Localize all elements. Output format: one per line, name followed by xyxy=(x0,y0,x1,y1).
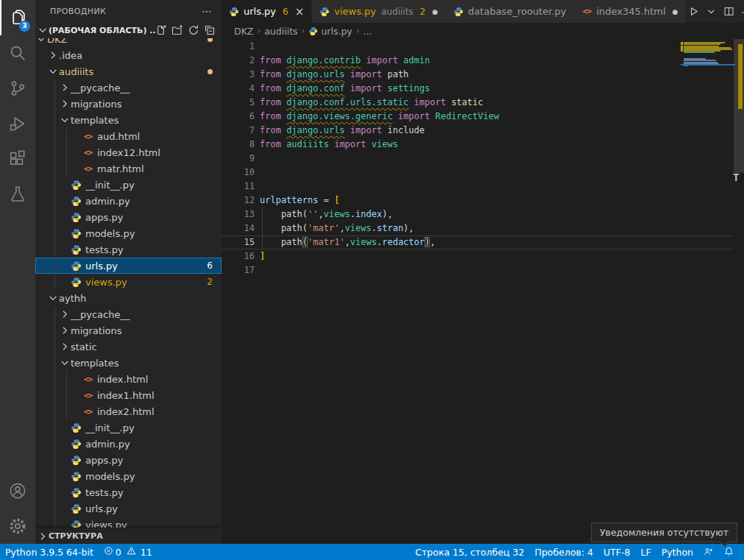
tree-item-index2.html[interactable]: <>index2.html xyxy=(35,403,222,419)
status-bar: Python 3.9.5 64-bit 0 11 Строка 15, стол… xyxy=(0,544,744,560)
tree-item-__pycache__[interactable]: __pycache__ xyxy=(35,79,222,96)
activity-item-settings[interactable] xyxy=(0,508,35,544)
status-language-mode[interactable]: Python xyxy=(656,544,698,560)
tree-item-index.html[interactable]: <>index.html xyxy=(35,371,222,387)
vertical-scrollbar[interactable] xyxy=(734,39,744,544)
tab-database_roouter.py[interactable]: database_roouter.py xyxy=(446,0,574,23)
indent-guide xyxy=(35,47,47,63)
twistie-spacer xyxy=(59,244,71,255)
indent-guide xyxy=(35,79,47,96)
indent-guide xyxy=(35,209,47,225)
tab-index345.html[interactable]: <>index345.html● xyxy=(574,0,686,23)
activity-item-account[interactable] xyxy=(0,473,35,508)
line-number: 16 xyxy=(222,249,255,263)
tree-item-aud.html[interactable]: <>aud.html xyxy=(35,128,222,144)
new-file-icon[interactable] xyxy=(155,24,167,36)
activity-item-search[interactable] xyxy=(0,35,35,71)
indent-guide xyxy=(47,419,59,436)
activity-item-testing[interactable] xyxy=(0,177,35,212)
code-editor[interactable]: 12from django.contrib import admin3from … xyxy=(222,39,734,544)
status-eol[interactable]: LF xyxy=(636,544,656,560)
tree-item-DKZ[interactable]: DKZ xyxy=(35,38,222,47)
indent-guide xyxy=(47,517,59,528)
status-cursor-position[interactable]: Строка 15, столбец 32 xyxy=(410,544,529,560)
line-number: 12 xyxy=(222,194,255,208)
tree-item-.idea[interactable]: .idea xyxy=(35,47,222,63)
tab-urls.py[interactable]: urls.py6× xyxy=(222,0,312,23)
tree-item-label: apps.py xyxy=(85,455,222,466)
tree-item-label: templates xyxy=(71,115,222,126)
indent-guide xyxy=(35,144,47,160)
code-text: path('matr',views.stran), xyxy=(255,221,414,235)
indent-guide xyxy=(47,79,59,96)
more-actions-icon[interactable]: ⋯ xyxy=(739,4,744,19)
tree-item-admin.py[interactable]: admin.py xyxy=(35,436,222,452)
tree-item-aythh[interactable]: aythh xyxy=(35,290,222,306)
collapse-all-icon[interactable] xyxy=(204,24,216,36)
tree-item-urls.py[interactable]: urls.py xyxy=(35,500,222,517)
python-interpreter-status[interactable]: Python 3.9.5 64-bit xyxy=(0,544,99,560)
tree-item-urls.py[interactable]: urls.py6 xyxy=(35,258,222,274)
workspace-section-header[interactable]: (РАБОЧАЯ ОБЛАСТЬ) ... xyxy=(35,22,222,38)
status-indentation[interactable]: Пробелов: 4 xyxy=(530,544,599,560)
tree-item-matr.html[interactable]: <>matr.html xyxy=(35,160,222,177)
tree-item-__pycache__[interactable]: __pycache__ xyxy=(35,306,222,322)
breadcrumb-item[interactable]: ... xyxy=(364,26,372,37)
indent-guide xyxy=(35,403,47,419)
twistie-spacer xyxy=(71,373,82,385)
tree-item-index12.html[interactable]: <>index12.html xyxy=(35,144,222,160)
tree-item-templates[interactable]: templates xyxy=(35,355,222,371)
tree-item-views.py[interactable]: views.py2 xyxy=(35,274,222,290)
html: <> xyxy=(82,131,93,142)
status-encoding[interactable]: UTF-8 xyxy=(598,544,635,560)
code-line: 10 xyxy=(222,166,734,180)
tab-bar: urls.py6×views.pyaudiiits2●database_roou… xyxy=(222,0,744,23)
line-number: 6 xyxy=(222,110,255,124)
tree-item-admin.py[interactable]: admin.py xyxy=(35,193,222,209)
line-number: 11 xyxy=(222,180,255,194)
indent-guide xyxy=(35,258,47,274)
python xyxy=(71,503,82,514)
activity-item-run-debug[interactable] xyxy=(0,106,35,141)
breadcrumb-item[interactable]: urls.py xyxy=(321,26,352,37)
activity-item-source-control[interactable] xyxy=(0,71,35,106)
new-folder-icon[interactable] xyxy=(171,24,183,36)
tree-item-apps.py[interactable]: apps.py xyxy=(35,452,222,468)
code-line: 8from audiiits import views xyxy=(222,138,734,152)
outline-section-header[interactable]: СТРУКТУРА xyxy=(35,528,222,544)
minimap[interactable] xyxy=(681,0,734,505)
tree-item-static[interactable]: static xyxy=(35,339,222,355)
activity-item-extensions[interactable] xyxy=(0,141,35,177)
activity-item-explorer[interactable]: 3 xyxy=(0,0,35,35)
breadcrumb-item[interactable]: audiiits xyxy=(264,26,297,37)
tree-item-tests.py[interactable]: tests.py xyxy=(35,241,222,258)
breadcrumb: DKZ›audiiits›urls.py›... xyxy=(222,23,744,39)
problems-indicator[interactable]: 0 11 xyxy=(99,544,157,560)
tab-views.py[interactable]: views.pyaudiiits2● xyxy=(312,0,446,23)
python xyxy=(229,7,239,17)
tree-item-migrations[interactable]: migrations xyxy=(35,96,222,112)
tree-item-__init__.py[interactable]: __init__.py xyxy=(35,177,222,193)
code-text: from audiiits import views xyxy=(255,138,398,152)
tree-item-models.py[interactable]: models.py xyxy=(35,225,222,241)
tree-item-templates[interactable]: templates xyxy=(35,112,222,128)
tree-item-migrations[interactable]: migrations xyxy=(35,322,222,339)
line-number: 10 xyxy=(222,166,255,180)
close-icon[interactable]: × xyxy=(295,7,305,17)
python xyxy=(71,439,82,450)
activity-badge: 3 xyxy=(19,21,30,32)
indent-guide xyxy=(47,193,59,209)
tree-item-tests.py[interactable]: tests.py xyxy=(35,484,222,500)
bell-icon[interactable] xyxy=(719,544,740,560)
tree-item-index1.html[interactable]: <>index1.html xyxy=(35,387,222,403)
tree-item-__init__.py[interactable]: __init__.py xyxy=(35,419,222,436)
tree-item-views.py[interactable]: views.py xyxy=(35,517,222,528)
feedback-icon[interactable] xyxy=(698,544,719,560)
tree-item-audiiits[interactable]: audiiits xyxy=(35,63,222,79)
code-line: 2from django.contrib import admin xyxy=(222,54,734,68)
refresh-icon[interactable] xyxy=(188,24,199,36)
tree-item-models.py[interactable]: models.py xyxy=(35,468,222,484)
more-actions-icon[interactable]: ⋯ xyxy=(202,5,213,17)
tree-item-apps.py[interactable]: apps.py xyxy=(35,209,222,225)
breadcrumb-item[interactable]: DKZ xyxy=(234,26,253,37)
